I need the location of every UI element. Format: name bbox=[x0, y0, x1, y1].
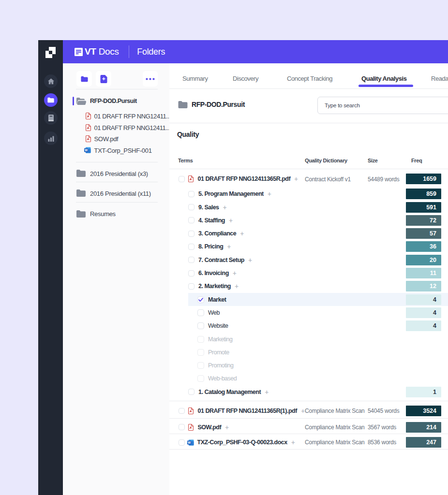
svg-text:W: W bbox=[85, 148, 88, 152]
svg-text:W: W bbox=[187, 441, 191, 444]
